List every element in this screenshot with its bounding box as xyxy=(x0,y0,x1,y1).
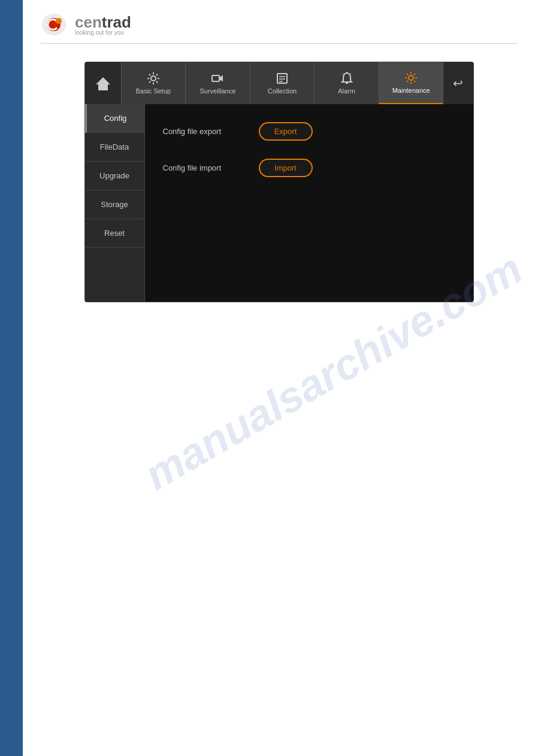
tab-surveillance[interactable]: Surveillance xyxy=(185,62,250,104)
export-row: Config file export Export xyxy=(163,122,455,141)
export-label: Config file export xyxy=(163,127,247,136)
import-row: Config file import Import xyxy=(163,159,455,177)
sidebar-item-storage[interactable]: Storage xyxy=(85,190,144,219)
alarm-icon xyxy=(340,72,353,85)
tab-alarm-label: Alarm xyxy=(338,87,355,95)
header: centrad looking out for you xyxy=(41,12,517,44)
svg-marker-3 xyxy=(96,77,110,90)
svg-point-15 xyxy=(409,75,413,80)
sidebar-item-reset[interactable]: Reset xyxy=(85,219,144,248)
collection-icon xyxy=(276,72,289,85)
svg-line-13 xyxy=(350,74,351,74)
basic-setup-icon xyxy=(147,72,160,85)
home-icon xyxy=(95,75,111,92)
nav-bar: Basic Setup Surveillance Collection xyxy=(85,62,473,104)
logo: centrad looking out for you xyxy=(41,12,131,37)
import-button[interactable]: Import xyxy=(259,159,313,177)
back-icon: ↩ xyxy=(453,76,463,90)
import-label: Config file import xyxy=(163,163,247,172)
back-button[interactable]: ↩ xyxy=(443,62,473,104)
config-content: Config file export Export Config file im… xyxy=(145,104,473,302)
tab-maintenance[interactable]: Maintenance xyxy=(379,62,443,104)
tab-surveillance-label: Surveillance xyxy=(200,87,235,95)
tab-collection-label: Collection xyxy=(268,87,297,95)
tab-maintenance-label: Maintenance xyxy=(392,87,430,94)
tab-basic-setup[interactable]: Basic Setup xyxy=(121,62,186,104)
logo-tagline: looking out for you xyxy=(75,29,131,36)
svg-point-4 xyxy=(151,76,156,81)
device-panel: Basic Setup Surveillance Collection xyxy=(84,62,474,302)
sidebar-item-config[interactable]: Config xyxy=(85,104,144,133)
maintenance-icon xyxy=(404,71,418,84)
tab-collection[interactable]: Collection xyxy=(250,62,315,104)
svg-line-14 xyxy=(343,74,343,74)
svg-rect-5 xyxy=(212,75,219,81)
surveillance-icon xyxy=(211,72,224,85)
svg-point-2 xyxy=(56,18,62,24)
left-border xyxy=(0,0,23,756)
panel-body: Config FileData Upgrade Storage Reset Co… xyxy=(85,104,473,302)
export-button[interactable]: Export xyxy=(259,122,313,141)
tab-basic-setup-label: Basic Setup xyxy=(135,87,171,95)
logo-icon xyxy=(41,12,74,37)
sidebar: Config FileData Upgrade Storage Reset xyxy=(85,104,145,302)
tab-alarm[interactable]: Alarm xyxy=(314,62,379,104)
home-button[interactable] xyxy=(85,62,121,104)
sidebar-item-upgrade[interactable]: Upgrade xyxy=(85,162,144,190)
sidebar-item-filedata[interactable]: FileData xyxy=(85,133,144,162)
